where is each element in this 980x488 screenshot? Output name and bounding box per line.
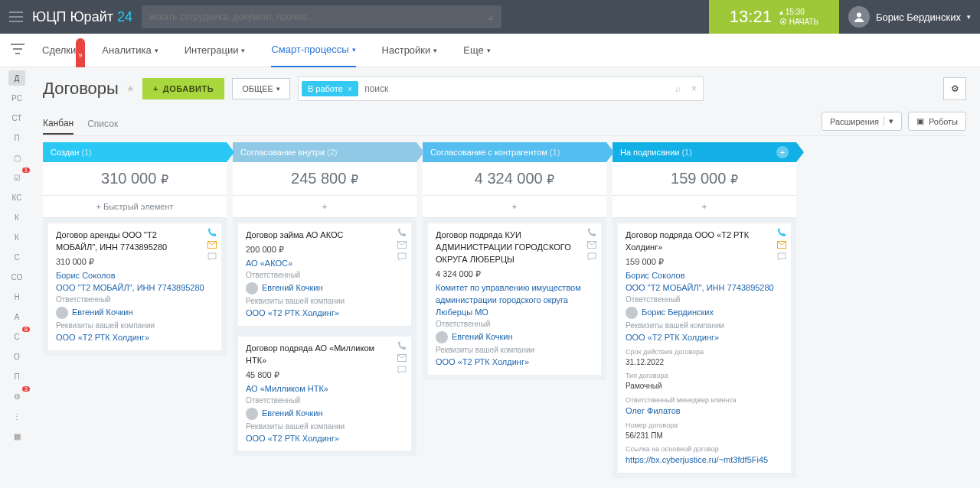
user-menu[interactable]: Борис Бердинских ▾ — [848, 6, 971, 28]
user-name: Борис Бердинских — [876, 11, 961, 23]
hamburger-icon[interactable] — [9, 11, 23, 22]
nav-item[interactable]: Еще▾ — [463, 34, 490, 67]
nav-item[interactable]: Интеграции▾ — [185, 34, 246, 67]
nav-item[interactable]: Смарт-процессы▾ — [271, 34, 355, 67]
clock-action[interactable]: ⦿ НАЧАТЬ — [779, 17, 818, 27]
filter-toggle-icon[interactable] — [11, 43, 24, 55]
search-icon[interactable]: ⌕ — [488, 11, 494, 22]
clock-time: 13:21 — [730, 7, 772, 27]
svg-point-0 — [857, 13, 861, 18]
global-search-input[interactable] — [149, 11, 488, 22]
navbar: Сделки9Аналитика▾Интеграции▾Смарт-процес… — [0, 34, 980, 67]
logo: ЮЦП Юрайт 24 — [32, 9, 132, 25]
nav-item[interactable]: Настройки▾ — [382, 34, 438, 67]
nav-item[interactable]: Сделки9 — [42, 34, 76, 67]
topbar: ЮЦП Юрайт 24 ⌕ 13:21 ▴ 15:30 ⦿ НАЧАТЬ Бо… — [0, 0, 980, 34]
chevron-down-icon: ▾ — [967, 13, 971, 21]
global-search[interactable]: ⌕ — [142, 5, 501, 28]
clock-widget[interactable]: 13:21 ▴ 15:30 ⦿ НАЧАТЬ — [709, 0, 839, 34]
clock-end: ▴ 15:30 — [779, 7, 818, 17]
avatar-icon — [848, 6, 870, 28]
nav-item[interactable]: Аналитика▾ — [102, 34, 158, 67]
